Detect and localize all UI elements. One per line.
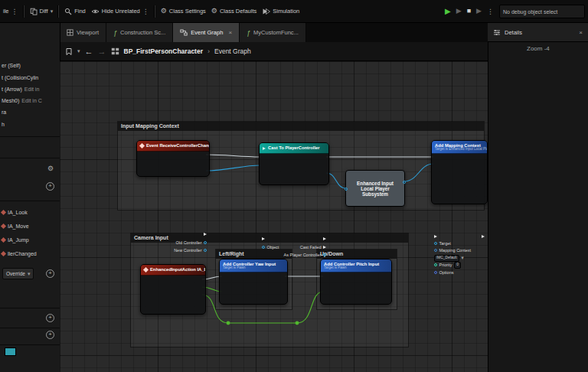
compile-options-icon[interactable]: ⋮	[11, 8, 18, 15]
hide-unrelated-options-icon[interactable]: ⋮	[142, 8, 149, 15]
details-panel-tab[interactable]: Details ×	[488, 23, 588, 42]
component-row-arrow[interactable]: t (Arrow)Edit in	[2, 86, 39, 92]
override-dropdown-icon: ▾	[28, 271, 31, 277]
add-dispatcher-button[interactable]: +	[46, 331, 54, 339]
node-enhanced-input-action-ia-look[interactable]: EnhancedInputAction IA_Look Triggered Ac…	[140, 264, 206, 315]
node-add-controller-pitch-input[interactable]: Add Controller Pitch Input Target is Paw…	[320, 259, 392, 305]
node-header[interactable]: Add Mapping Context Target is Enhanced I…	[432, 141, 487, 154]
breadcrumb-root[interactable]: BP_FirstPersonCharacter	[124, 47, 203, 55]
mapping-context-input-pin[interactable]	[434, 249, 437, 252]
play-button[interactable]: ▶	[445, 8, 451, 15]
priority-input-pin[interactable]	[434, 263, 437, 266]
exec-output-pin[interactable]	[204, 233, 207, 236]
edit-in-cpp-link[interactable]: Edit in C	[21, 98, 41, 103]
node-title: EnhancedInputAction IA_Look	[150, 267, 205, 272]
node-event-receive-controller-changed[interactable]: Event ReceiveControllerChanged Old Contr…	[136, 140, 210, 177]
details-close-icon[interactable]: ×	[579, 29, 583, 36]
comment-title[interactable]: Left/Right	[216, 250, 292, 259]
comment-title[interactable]: Input Mapping Context	[118, 122, 484, 131]
exec-output-pin[interactable]	[482, 235, 485, 238]
event-graph-canvas[interactable]: Input Mapping Context Camera Input Left/…	[60, 61, 488, 372]
details-icon	[493, 29, 501, 36]
component-row-camera[interactable]: ra	[2, 109, 6, 115]
graph-item-ia-move[interactable]: IA_Move	[2, 224, 29, 229]
add-variable-button[interactable]: +	[46, 314, 54, 322]
sidebar-divider	[0, 344, 60, 345]
add-item-button[interactable]: +	[46, 182, 54, 191]
diff-dropdown-icon[interactable]: ▾	[51, 8, 54, 15]
play-options-icon[interactable]: ⋮	[487, 8, 494, 15]
stop-button[interactable]: ■	[467, 8, 471, 15]
nav-forward-button[interactable]: →	[98, 47, 106, 56]
node-header[interactable]: Cast To PlayerController	[260, 143, 328, 154]
tab-event-graph[interactable]: Event Graph ×	[173, 23, 240, 42]
object-input-pin[interactable]	[345, 188, 348, 191]
cast-failed-exec-pin[interactable]	[323, 246, 326, 249]
object-input-pin[interactable]	[262, 246, 265, 249]
eject-button[interactable]: ▶	[476, 8, 482, 15]
exec-input-pin[interactable]	[434, 235, 437, 238]
bookmark-icon[interactable]	[65, 47, 73, 56]
function-icon: ƒ	[113, 29, 117, 37]
simulation-label: Simulation	[273, 8, 299, 15]
component-row-mesh[interactable]: Mesh0)Edit in C	[2, 98, 42, 103]
node-enhanced-input-subsystem[interactable]: Enhanced Input Local Player Subsystem	[345, 170, 405, 207]
value-dropdown-icon[interactable]: ▾	[461, 255, 464, 261]
node-cast-to-playercontroller[interactable]: Cast To PlayerController Object Cast Fai…	[259, 142, 329, 185]
pin-row: New Controller	[174, 246, 207, 254]
breadcrumb-current[interactable]: Event Graph	[214, 47, 251, 55]
options-input-pin[interactable]	[434, 271, 437, 274]
graph-item-controller-changed[interactable]: llerChanged	[2, 251, 37, 256]
graph-item-label: IA_Move	[8, 224, 29, 229]
node-header[interactable]: Add Controller Yaw Input Target is Pawn	[220, 259, 287, 272]
exec-input-pin[interactable]	[262, 237, 265, 240]
object-output-pin[interactable]	[403, 181, 406, 184]
tab-my-custom-function[interactable]: ƒ MyCustomFunc...	[240, 23, 306, 42]
class-settings-button[interactable]: ⚙ Class Settings	[161, 8, 206, 15]
graph-item-ia-jump[interactable]: IA_Jump	[2, 237, 29, 243]
tab-close-icon[interactable]: ×	[228, 29, 232, 36]
pin-row: Options	[434, 269, 453, 276]
nav-back-button[interactable]: ←	[85, 47, 93, 56]
comment-title[interactable]: Up/Down	[317, 250, 397, 259]
gear-icon: ⚙	[211, 8, 217, 15]
add-override-button[interactable]: +	[46, 269, 54, 278]
diff-button[interactable]: Diff ▾	[30, 8, 54, 15]
node-header[interactable]: EnhancedInputAction IA_Look	[141, 265, 205, 276]
component-row-self[interactable]: er (Self)	[2, 63, 21, 68]
component-row-capsule[interactable]: t (CollisionCylin	[2, 75, 38, 80]
node-header[interactable]: Add Controller Pitch Input Target is Paw…	[321, 259, 391, 272]
class-defaults-button[interactable]: ⚙ Class Defaults	[211, 8, 256, 15]
object-output-pin[interactable]	[204, 249, 207, 252]
graph-nav-icon[interactable]	[111, 47, 119, 55]
bookmark-dropdown-icon[interactable]: ▾	[77, 48, 80, 54]
priority-value-field[interactable]: 0	[454, 262, 461, 269]
component-row-mesh2[interactable]: h	[2, 122, 5, 127]
target-input-pin[interactable]	[434, 242, 437, 245]
edit-in-cpp-link[interactable]: Edit in	[24, 86, 39, 92]
blueprint-editor-window: ile ⋮ Diff ▾ Find Hide Unrelated	[0, 0, 588, 372]
comment-title[interactable]: Camera Input	[131, 233, 408, 243]
compile-button[interactable]: ile ⋮	[3, 8, 18, 15]
simulation-button[interactable]: Simulation	[262, 8, 299, 15]
node-title: Enhanced Input Local Player Subsystem	[351, 181, 400, 197]
hide-unrelated-button[interactable]: Hide Unrelated ⋮	[91, 8, 149, 15]
frame-skip-button[interactable]: ▶	[456, 8, 462, 15]
node-add-mapping-context[interactable]: Add Mapping Context Target is Enhanced I…	[431, 140, 488, 204]
tab-construction-script[interactable]: ƒ Construction Sc...	[106, 23, 173, 42]
node-header[interactable]: Event ReceiveControllerChanged	[137, 141, 209, 152]
override-dropdown[interactable]: Override ▾	[2, 268, 34, 279]
color-swatch[interactable]	[5, 348, 16, 356]
node-add-controller-yaw-input[interactable]: Add Controller Yaw Input Target is Pawn …	[219, 259, 288, 305]
exec-output-pin[interactable]	[323, 237, 326, 240]
plus-icon: +	[48, 182, 52, 189]
find-button[interactable]: Find	[64, 8, 86, 15]
sidebar-settings-icon[interactable]: ⚙	[47, 165, 54, 172]
tab-viewport[interactable]: Viewport	[60, 23, 106, 42]
pin-label: Cast Failed	[300, 245, 322, 250]
debug-object-select[interactable]: No debug object select	[499, 5, 585, 18]
plus-icon: +	[48, 331, 52, 338]
graph-item-ia-look[interactable]: IA_Look	[2, 210, 28, 215]
object-output-pin[interactable]	[323, 253, 326, 256]
object-output-pin[interactable]	[204, 241, 207, 244]
